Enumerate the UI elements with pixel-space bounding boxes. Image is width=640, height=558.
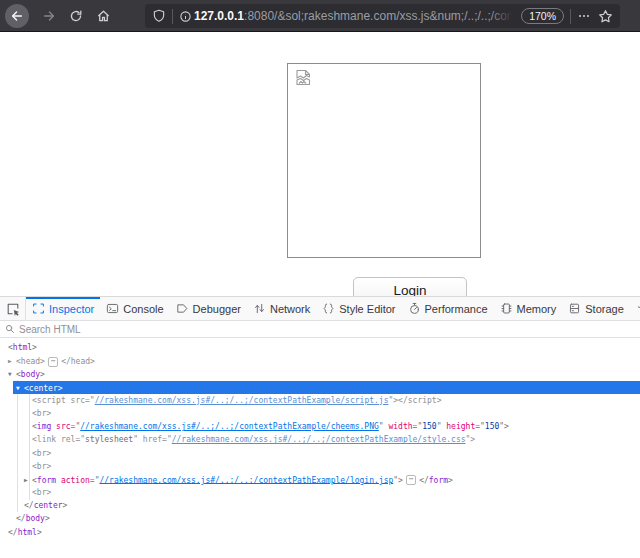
markup-row[interactable]: ▼<center> [13, 381, 640, 394]
forward-icon [42, 9, 56, 23]
pick-element-button[interactable] [0, 297, 26, 320]
markup-punctuation: > [58, 383, 63, 392]
markup-attribute-name: width [388, 422, 412, 431]
reload-button[interactable] [69, 9, 83, 23]
login-button[interactable]: Login [353, 277, 467, 296]
back-icon [5, 4, 29, 28]
markup-punctuation: "> [466, 435, 476, 444]
markup-row[interactable]: <br> [0, 407, 640, 420]
search-input[interactable] [19, 324, 635, 335]
markup-tag-name: body [26, 514, 45, 523]
markup-punctuation: =" [75, 435, 85, 444]
markup-tag-name: form [429, 475, 448, 484]
tab-label: Inspector [49, 303, 94, 315]
markup-punctuation: " [437, 422, 447, 431]
search-icon [5, 324, 15, 334]
page-viewport: Login [0, 32, 640, 296]
broken-image [287, 63, 481, 258]
tab-label: Console [123, 303, 163, 315]
markup-row[interactable]: ▶<form action="//rakeshmane.com/xss.js#/… [0, 473, 640, 486]
back-button[interactable] [0, 4, 29, 28]
url-bar[interactable]: 127.0.0.1:8080/&sol;rakeshmane.com/xss.j… [145, 4, 620, 28]
markup-row[interactable]: <br> [0, 460, 640, 473]
markup-punctuation: "> [499, 422, 509, 431]
markup-link-value[interactable]: //rakeshmane.com/xss.js#/..;/..;/context… [172, 435, 466, 444]
markup-tag-name: head [71, 357, 90, 366]
markup-punctuation: "> [388, 396, 398, 405]
tab-inspector[interactable]: Inspector [26, 297, 100, 320]
markup-attribute-name: href [143, 435, 162, 444]
markup-punctuation: > [45, 514, 50, 523]
markup-tree: <html>▶<head>⋯</head>▼<body>▼<center><sc… [0, 338, 640, 539]
markup-tag-name: center [29, 383, 58, 392]
markup-punctuation: =" [71, 422, 81, 431]
tab-performance[interactable]: Performance [402, 297, 494, 320]
markup-punctuation: > [90, 357, 95, 366]
pick-element-icon [6, 302, 20, 316]
expand-arrow-icon[interactable]: ▼ [8, 367, 16, 380]
zoom-level-button[interactable]: 170% [521, 8, 564, 24]
storage-icon [568, 302, 581, 315]
urlbar-separator [570, 9, 571, 24]
markup-tag-name: head [21, 357, 40, 366]
expand-arrow-icon[interactable]: ▼ [16, 381, 24, 394]
url-path: :8080/&sol;rakeshmane.com/xss.js&num;/..… [244, 9, 517, 23]
tab-label: Storage [585, 303, 624, 315]
devtools-tab-bar: InspectorConsoleDebuggerNetworkStyle Edi… [0, 297, 640, 321]
tab-style-editor[interactable]: Style Editor [316, 297, 401, 320]
markup-row[interactable]: <br> [0, 486, 640, 499]
tab-network[interactable]: Network [247, 297, 316, 320]
tab-debugger[interactable]: Debugger [170, 297, 247, 320]
markup-link-value[interactable]: //rakeshmane.com/xss.js#/..;/..;/context… [95, 396, 389, 405]
markup-tag-name: center [34, 501, 63, 510]
markup-punctuation: =" [162, 435, 172, 444]
page-actions-icon[interactable] [577, 9, 591, 23]
tab-memory[interactable]: Memory [494, 297, 563, 320]
markup-punctuation: </ [61, 357, 71, 366]
markup-link-value[interactable]: //rakeshmane.com/xss.js#/..;/..;/context… [80, 422, 379, 431]
markup-row[interactable]: </body> [0, 512, 640, 525]
markup-row[interactable]: </html> [0, 526, 640, 539]
collapse-arrow-icon[interactable]: ▶ [8, 354, 16, 367]
tab-label: Style Editor [339, 303, 395, 315]
tab-storage[interactable]: Storage [562, 297, 630, 320]
markup-row[interactable]: <img src="//rakeshmane.com/xss.js#/..;/.… [0, 420, 640, 433]
markup-punctuation: > [46, 449, 51, 458]
markup-row[interactable]: ▶<head>⋯</head> [0, 354, 640, 367]
collapsed-children-badge[interactable]: ⋯ [48, 357, 58, 367]
markup-attribute-value: 150 [485, 422, 499, 431]
markup-row[interactable]: <link rel="stylesheet" href="//rakeshman… [0, 433, 640, 446]
tab-label: Performance [425, 303, 488, 315]
markup-row[interactable]: <html> [0, 341, 640, 354]
markup-link-value[interactable]: //rakeshmane.com/xss.js#/..;/..;/context… [99, 475, 393, 484]
markup-row[interactable]: <br> [0, 447, 640, 460]
markup-tag-name: html [18, 528, 37, 537]
urlbar-separator [172, 9, 173, 24]
performance-icon [408, 302, 421, 315]
tab-console[interactable]: Console [100, 297, 169, 320]
home-button[interactable] [96, 8, 111, 23]
site-info-icon[interactable] [179, 10, 192, 23]
markup-tag-name: form [37, 475, 56, 484]
inspector-icon [32, 302, 45, 315]
browser-toolbar: 127.0.0.1:8080/&sol;rakeshmane.com/xss.j… [0, 0, 640, 32]
markup-attribute-name: src [56, 422, 70, 431]
markup-punctuation: " [133, 435, 143, 444]
bookmark-star-icon[interactable] [598, 9, 613, 24]
tab-accessibility[interactable]: Accessibility [630, 297, 640, 320]
markup-punctuation: > [437, 396, 442, 405]
collapse-arrow-icon[interactable]: ▶ [24, 473, 32, 486]
collapsed-children-badge[interactable]: ⋯ [406, 475, 416, 485]
markup-punctuation: > [46, 409, 51, 418]
markup-punctuation: > [40, 357, 45, 366]
markup-row[interactable]: <script src="//rakeshmane.com/xss.js#/..… [0, 394, 640, 407]
markup-punctuation: > [46, 488, 51, 497]
markup-attribute-value: 150 [422, 422, 436, 431]
reload-icon [69, 9, 83, 23]
forward-button[interactable] [42, 9, 56, 23]
markup-tag-name: body [21, 370, 40, 379]
markup-tag-name: html [13, 343, 32, 352]
shield-icon[interactable] [152, 9, 166, 23]
markup-row[interactable]: </center> [0, 499, 640, 512]
markup-row[interactable]: ▼<body> [0, 367, 640, 380]
